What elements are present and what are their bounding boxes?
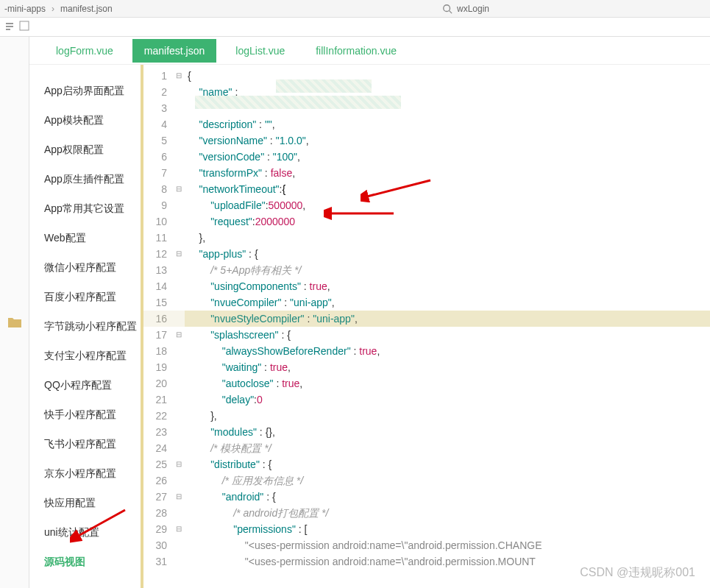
sidebar-item[interactable]: 飞书小程序配置: [44, 430, 141, 459]
sidebar-item[interactable]: Web配置: [44, 224, 141, 253]
svg-rect-3: [6, 26, 13, 27]
code-editor[interactable]: 1234567891011121314151617181920212223242…: [143, 65, 710, 588]
sidebar-item[interactable]: App模块配置: [44, 106, 141, 135]
sidebar-item[interactable]: App启动界面配置: [44, 77, 141, 106]
sidebar-item[interactable]: uni统计配置: [44, 518, 141, 548]
tab-manifest-json[interactable]: manifest.json: [132, 39, 216, 63]
sidebar-item[interactable]: 源码视图: [44, 548, 141, 577]
config-sidebar: App启动界面配置App模块配置App权限配置App原生插件配置App常用其它设…: [29, 65, 143, 588]
tab-logList-vue[interactable]: logList.vue: [224, 39, 297, 63]
search-text: wxLogin: [457, 4, 489, 14]
sidebar-item[interactable]: 快手小程序配置: [44, 400, 141, 430]
redacted-area: [276, 79, 372, 93]
sidebar-item[interactable]: 京东小程序配置: [44, 459, 141, 489]
collapse-icon[interactable]: [4, 21, 15, 34]
svg-point-0: [444, 4, 450, 11]
breadcrumb-item[interactable]: manifest.json: [57, 4, 116, 14]
sidebar-item[interactable]: 快应用配置: [44, 489, 141, 518]
tab-logForm-vue[interactable]: logForm.vue: [44, 39, 125, 63]
tab-fillInformation-vue[interactable]: fillInformation.vue: [304, 39, 408, 63]
menu-icon[interactable]: [19, 21, 29, 34]
sidebar-item[interactable]: App权限配置: [44, 135, 141, 165]
line-numbers: 1234567891011121314151617181920212223242…: [143, 65, 173, 588]
svg-rect-4: [6, 29, 10, 30]
sidebar-item[interactable]: 微信小程序配置: [44, 253, 141, 283]
sidebar-item[interactable]: App原生插件配置: [44, 165, 141, 194]
fold-column[interactable]: ⊟⊟⊟⊟⊟⊟⊟: [173, 65, 185, 588]
folder-icon[interactable]: [7, 316, 22, 331]
sidebar-item[interactable]: 支付宝小程序配置: [44, 341, 141, 371]
breadcrumb: -mini-apps › manifest.json: [0, 4, 116, 14]
search-area[interactable]: wxLogin: [442, 4, 710, 14]
sidebar-item[interactable]: App常用其它设置: [44, 194, 141, 224]
breadcrumb-sep: ›: [49, 4, 57, 14]
redacted-area: [195, 96, 401, 109]
top-bar: -mini-apps › manifest.json wxLogin: [0, 0, 710, 18]
svg-rect-5: [20, 21, 29, 30]
svg-rect-2: [6, 23, 13, 24]
activity-bar: [0, 37, 29, 588]
watermark: CSDN @违规昵称001: [580, 565, 695, 581]
sidebar-item[interactable]: QQ小程序配置: [44, 371, 141, 400]
sidebar-item[interactable]: 字节跳动小程序配置: [44, 312, 141, 341]
code-content[interactable]: { "name" : "description" : "", "versionN…: [185, 65, 710, 588]
toolbar: [0, 18, 710, 37]
editor-tabs: logForm.vuemanifest.jsonlogList.vuefillI…: [29, 37, 710, 65]
svg-line-1: [450, 10, 452, 13]
breadcrumb-item[interactable]: -mini-apps: [1, 4, 49, 14]
sidebar-item[interactable]: 百度小程序配置: [44, 283, 141, 312]
search-icon: [442, 4, 452, 14]
